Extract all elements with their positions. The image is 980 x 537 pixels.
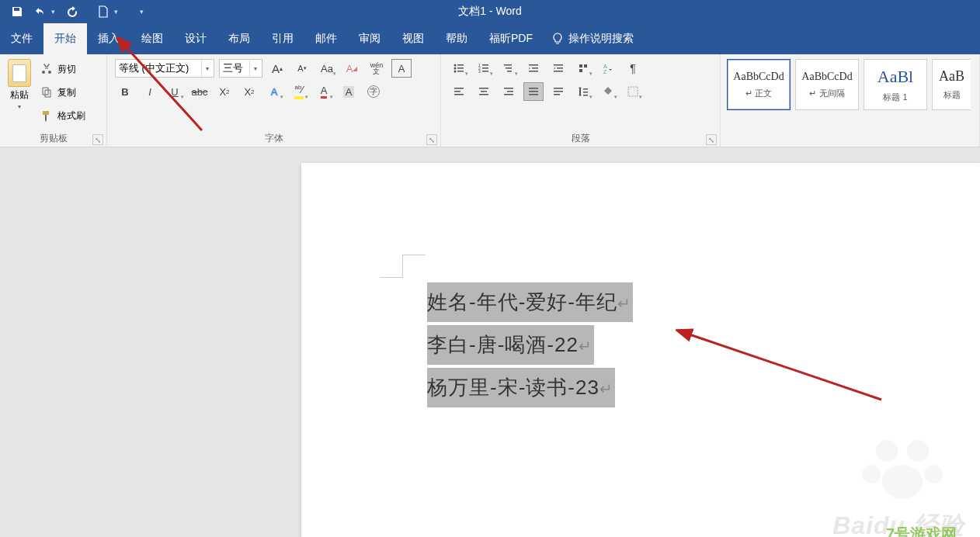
svg-rect-1 bbox=[457, 64, 464, 66]
copy-button[interactable]: 复制 bbox=[37, 82, 89, 102]
font-color-button[interactable]: A▾ bbox=[314, 82, 334, 101]
strikethrough-button[interactable]: abc bbox=[189, 82, 210, 101]
clipboard-group-label: 剪贴板 bbox=[40, 132, 68, 145]
tab-references[interactable]: 引用 bbox=[261, 23, 304, 54]
document-page[interactable]: 姓名-年代-爱好-年纪↵ 李白-唐-喝酒-22↵ 杨万里-宋-读书-23↵ Ba… bbox=[301, 163, 980, 537]
align-right-button[interactable] bbox=[499, 82, 519, 101]
svg-rect-14 bbox=[507, 71, 512, 72]
new-doc-icon[interactable] bbox=[97, 5, 109, 18]
svg-rect-12 bbox=[504, 64, 512, 66]
char-shading-button[interactable]: A bbox=[339, 82, 359, 101]
tab-view[interactable]: 视图 bbox=[391, 23, 435, 54]
svg-rect-11 bbox=[482, 71, 488, 72]
paste-dropdown-icon[interactable]: ▾ bbox=[18, 103, 21, 110]
shrink-font-button[interactable]: A▾ bbox=[292, 59, 312, 78]
borders-button[interactable]: ▾ bbox=[623, 82, 643, 101]
font-launcher-icon[interactable]: ⤡ bbox=[426, 134, 437, 145]
char-border-button[interactable]: A bbox=[391, 59, 412, 78]
paragraph-mark-icon: ↵ bbox=[617, 295, 631, 312]
tab-insert[interactable]: 插入 bbox=[87, 23, 130, 54]
paragraph-launcher-icon[interactable]: ⤡ bbox=[706, 134, 717, 145]
increase-indent-button[interactable] bbox=[548, 59, 568, 78]
numbering-button[interactable]: 123▾ bbox=[474, 59, 494, 78]
style-sample: AaB bbox=[939, 68, 964, 85]
style-normal[interactable]: AaBbCcDd ↵ 正文 bbox=[727, 59, 791, 110]
show-marks-button[interactable]: ¶ bbox=[623, 59, 643, 78]
phonetic-guide-button[interactable]: wén文 bbox=[367, 59, 387, 78]
line-spacing-button[interactable]: ▾ bbox=[573, 82, 593, 101]
superscript-button[interactable]: X2 bbox=[239, 82, 259, 101]
tab-review[interactable]: 审阅 bbox=[348, 23, 391, 54]
align-center-button[interactable] bbox=[474, 82, 494, 101]
format-painter-button[interactable]: 格式刷 bbox=[37, 106, 89, 126]
tab-design[interactable]: 设计 bbox=[174, 23, 217, 54]
italic-button[interactable]: I bbox=[140, 82, 160, 101]
decrease-indent-button[interactable] bbox=[523, 59, 544, 78]
svg-rect-23 bbox=[454, 88, 464, 89]
doc-line-1[interactable]: 姓名-年代-爱好-年纪↵ bbox=[427, 282, 633, 322]
svg-rect-30 bbox=[507, 91, 513, 92]
tell-me-search[interactable]: 操作说明搜索 bbox=[551, 23, 634, 54]
asian-layout-button[interactable]: ▾ bbox=[573, 59, 593, 78]
font-group-label: 字体 bbox=[265, 132, 283, 145]
grow-font-button[interactable]: A▴ bbox=[267, 59, 287, 78]
change-case-button[interactable]: Aa▾ bbox=[317, 59, 337, 78]
tab-file[interactable]: 文件 bbox=[0, 23, 43, 54]
document-workspace: 姓名-年代-爱好-年纪↵ 李白-唐-喝酒-22↵ 杨万里-宋-读书-23↵ Ba… bbox=[0, 147, 980, 537]
align-left-button[interactable] bbox=[449, 82, 469, 101]
style-nospace-label: ↵ 无间隔 bbox=[809, 88, 844, 99]
qat-customize-icon[interactable]: ▾ bbox=[140, 8, 144, 16]
subscript-button[interactable]: X2 bbox=[214, 82, 235, 101]
tab-foxit[interactable]: 福昕PDF bbox=[478, 23, 544, 54]
tab-home[interactable]: 开始 bbox=[43, 23, 87, 54]
sort-button[interactable]: AZ bbox=[598, 59, 618, 78]
save-icon[interactable] bbox=[11, 5, 23, 18]
font-name-combo[interactable]: 等线 (中文正文)▾ bbox=[115, 59, 214, 78]
document-title: 文档1 - Word bbox=[0, 5, 980, 19]
new-doc-dropdown-icon[interactable]: ▾ bbox=[114, 8, 118, 16]
title-bar: ▾ ▾ ▾ 文档1 - Word bbox=[0, 0, 980, 23]
doc-line-2[interactable]: 李白-唐-喝酒-22↵ bbox=[427, 325, 594, 365]
text-effects-button[interactable]: A▾ bbox=[264, 82, 284, 101]
multilevel-list-button[interactable]: ▾ bbox=[499, 59, 519, 78]
ribbon: 粘贴 ▾ 剪切 复制 格式刷 剪贴板⤡ bbox=[0, 54, 980, 147]
bold-button[interactable]: B bbox=[115, 82, 135, 101]
style-sample: AaBbCcDd bbox=[801, 71, 852, 83]
chevron-down-icon[interactable]: ▾ bbox=[201, 60, 212, 77]
tab-help[interactable]: 帮助 bbox=[435, 23, 478, 54]
copy-icon bbox=[40, 86, 53, 99]
undo-dropdown-icon[interactable]: ▾ bbox=[51, 8, 55, 16]
selected-text-block[interactable]: 姓名-年代-爱好-年纪↵ 李白-唐-喝酒-22↵ 杨万里-宋-读书-23↵ bbox=[427, 282, 633, 411]
style-nospace[interactable]: AaBbCcDd ↵ 无间隔 bbox=[795, 59, 859, 110]
distribute-button[interactable] bbox=[548, 82, 568, 101]
svg-rect-27 bbox=[481, 91, 487, 92]
copy-label: 复制 bbox=[57, 86, 76, 99]
justify-button[interactable] bbox=[523, 82, 544, 101]
cut-button[interactable]: 剪切 bbox=[37, 59, 89, 79]
shading-button[interactable]: ▾ bbox=[598, 82, 618, 101]
svg-rect-33 bbox=[529, 91, 538, 92]
underline-button[interactable]: U▾ bbox=[165, 82, 185, 101]
redo-icon[interactable] bbox=[66, 5, 78, 18]
group-clipboard: 粘贴 ▾ 剪切 复制 格式刷 剪贴板⤡ bbox=[0, 54, 107, 147]
tab-draw[interactable]: 绘图 bbox=[130, 23, 174, 54]
clipboard-launcher-icon[interactable]: ⤡ bbox=[92, 134, 103, 145]
doc-line-3-text: 杨万里-宋-读书-23 bbox=[427, 376, 599, 399]
chevron-down-icon[interactable]: ▾ bbox=[249, 60, 260, 77]
svg-point-43 bbox=[876, 440, 898, 462]
undo-icon[interactable] bbox=[34, 5, 47, 18]
enclose-char-button[interactable]: 字 bbox=[363, 82, 384, 101]
style-heading1[interactable]: AaBl 标题 1 bbox=[864, 59, 927, 110]
doc-line-3[interactable]: 杨万里-宋-读书-23↵ bbox=[427, 368, 615, 407]
svg-point-0 bbox=[454, 64, 457, 67]
clear-format-button[interactable]: A◢ bbox=[342, 59, 362, 78]
highlight-button[interactable]: ab⁄▾ bbox=[289, 82, 309, 101]
font-size-combo[interactable]: 三号▾ bbox=[219, 59, 262, 78]
paste-button[interactable]: 粘贴 ▾ bbox=[3, 57, 36, 110]
bullets-button[interactable]: ▾ bbox=[449, 59, 469, 78]
paragraph-group-label: 段落 bbox=[572, 132, 590, 145]
tab-layout[interactable]: 布局 bbox=[217, 23, 261, 54]
svg-rect-25 bbox=[454, 94, 464, 95]
tab-mailings[interactable]: 邮件 bbox=[304, 23, 348, 54]
style-heading2[interactable]: AaB 标题 bbox=[932, 59, 971, 110]
